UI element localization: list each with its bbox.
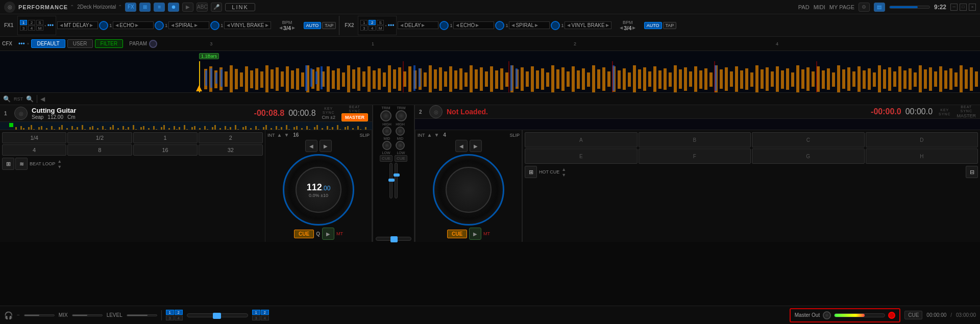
deck1-beat-4[interactable]: 4 [2,144,66,156]
fx2-s[interactable]: S [377,20,384,25]
fx2-echo-arrow-right[interactable]: ▶ [476,23,479,28]
cfx-param-knob[interactable] [149,40,157,48]
deck1-jog-wheel[interactable]: 112 .00 0.0% ±10 [283,154,354,226]
fx1-bpm-arrow-left[interactable]: ◀ [279,26,282,30]
cfx-default-btn[interactable]: DEFAULT [31,39,65,48]
midi-label[interactable]: MIDI [814,4,825,10]
fx1-dots[interactable]: ••• [47,22,54,29]
mixer-mid-right-knob[interactable] [396,141,405,150]
fx2-num3[interactable]: 3 [360,26,368,31]
voice-icon-btn[interactable]: 🎤 [211,3,222,12]
deck2-expand-left[interactable]: ⊞ [525,166,537,178]
fx2-delay-knob[interactable] [439,21,449,30]
fx1-tap-btn[interactable]: TAP [322,22,336,29]
fx2-vinyl-brake[interactable]: ◀ VINYL BRAKE ▶ [565,21,611,29]
volume-slider[interactable] [889,6,930,9]
deck1-nav-left[interactable]: ◀ [305,140,317,152]
fx1-s[interactable]: S [36,20,43,25]
waveform-container[interactable]: 1.1Bars [0,51,980,93]
fx2-m[interactable]: M [377,26,384,31]
fx1-vinyl-brake[interactable]: ◀ VINYL BRAKE ▶ [224,21,271,29]
bottom-crossfader[interactable] [187,313,248,317]
layout-chevron[interactable]: ⌃ [118,4,122,10]
deck1-nav-right[interactable]: ▶ [320,140,332,152]
deck1-int-arrow-up[interactable]: ▲ [277,132,282,138]
deck1-beat-32[interactable]: 32 [199,144,263,156]
deck1-beat-8[interactable]: 8 [67,144,132,156]
vol-minus[interactable]: − [17,312,20,318]
fx2-num1[interactable]: 1 [360,20,368,25]
mixer-high-left-knob[interactable] [382,127,391,136]
settings-icon-btn[interactable]: ⚙ [859,3,870,12]
cfx-dots[interactable]: ••• [18,40,25,47]
fx1-arrow-right[interactable]: ▶ [90,23,93,28]
hotcue-d[interactable]: D [866,132,978,147]
text-icon-btn[interactable]: ABC [197,3,208,12]
fx1-num4[interactable]: 4 [28,26,35,31]
mypage-label[interactable]: MY PAGE [829,4,854,10]
pad-label[interactable]: PAD [798,4,810,10]
hotcue-f[interactable]: F [639,148,751,164]
mixer-fader-right-track[interactable] [395,163,398,198]
deck2-expand-right[interactable]: ⊟ [966,166,978,178]
fx2-tap-btn[interactable]: TAP [663,22,677,29]
zoom-in-icon[interactable]: 🔍 [26,95,34,103]
deck1-int-arrow-down[interactable]: ▼ [284,132,289,138]
deck1-mini-waveform[interactable] [0,122,372,130]
deck1-vinyl-btn[interactable]: ◎ [14,107,28,120]
fx1-spiral-arrow-left[interactable]: ◀ [171,23,174,28]
fx2-num2[interactable]: 2 [369,20,376,25]
fx2-auto-btn[interactable]: AUTO [644,22,662,29]
fx1-echo-arrow-right[interactable]: ▶ [135,23,138,28]
mix-slider2[interactable] [72,314,103,316]
deck2-int-arrow-up[interactable]: ▲ [427,132,432,138]
deck1-master-btn[interactable]: MASTER [341,113,368,121]
mixer-high-right-knob[interactable] [396,127,405,136]
fx2-echo-arrow-left[interactable]: ◀ [456,23,459,28]
fx2-bpm-arrow-left[interactable]: ◀ [620,26,623,30]
fx2-dots[interactable]: ••• [388,22,395,29]
fx1-num3[interactable]: 3 [20,26,27,31]
reset-btn[interactable]: RST [14,96,23,102]
deck1-loop-down[interactable]: ▼ [57,164,62,169]
maximize-btn[interactable]: □ [960,4,967,11]
fx1-vb-arrow-right[interactable]: ▶ [265,23,268,28]
cue-label-bottom[interactable]: CUE [904,311,922,319]
deck2-jog-wheel[interactable] [433,154,504,226]
fx1-mt-delay-knob[interactable] [99,21,108,30]
fx2-spiral-knob[interactable] [551,21,560,30]
grid-icon-btn[interactable]: ⊞ [139,3,151,12]
video-icon-btn[interactable]: ▶ [182,3,193,12]
fx1-echo-knob[interactable] [155,21,164,30]
hotcue-g[interactable]: G [752,148,865,164]
deck2-mini-waveform[interactable] [415,119,980,130]
deck1-beat-1-4[interactable]: 1/4 [2,132,66,143]
deck-assign-4[interactable]: 4 [175,315,183,320]
fx2-delay-arrow-left[interactable]: ◀ [400,23,403,28]
fx2-bpm-arrow-right[interactable]: ▶ [632,26,635,30]
deck2-nav-left[interactable]: ◀ [455,140,468,152]
fx1-spiral-knob[interactable] [210,21,219,30]
deck-assign-1[interactable]: 1 [166,310,174,315]
hotcue-c[interactable]: C [752,132,865,147]
fx1-auto-btn[interactable]: AUTO [304,22,322,29]
fx1-echo-arrow-left[interactable]: ◀ [115,23,118,28]
fx2-spiral-arrow-left[interactable]: ◀ [511,23,514,28]
deck1-beat-16[interactable]: 16 [133,144,198,156]
deck2-vinyl-btn[interactable]: ◎ [429,105,443,118]
deck1-loop-up[interactable]: ▲ [57,159,62,164]
mixer-low-cue-right[interactable]: CUE [395,155,407,162]
mixer-crossfader[interactable] [376,237,411,241]
hotcue-a[interactable]: A [525,132,638,147]
deck2-int-arrow-down[interactable]: ▼ [434,132,439,138]
cfx-filter-btn[interactable]: FILTER [95,39,124,48]
mixer-mid-left-knob[interactable] [382,141,391,150]
deck1-grid-btn[interactable]: ⊞ [2,158,14,170]
record-icon-btn[interactable]: ⏺ [168,3,179,12]
deck-assign-r2[interactable]: 2 [261,310,269,315]
deck2-cue-btn[interactable]: CUE [447,230,467,238]
fx1-spiral-arrow-right[interactable]: ▶ [194,23,198,28]
deck2-nav-right[interactable]: ▶ [470,140,482,152]
fx2-spiral[interactable]: ◀ SPIRAL ▶ [509,21,550,29]
deck-assign-2[interactable]: 2 [175,310,183,315]
